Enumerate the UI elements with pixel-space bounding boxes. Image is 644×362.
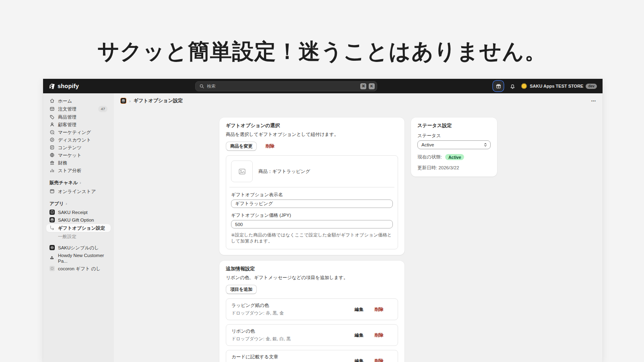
saku-receipt-app-icon [50,210,55,215]
store-name: SAKU Apps TEST STORE [530,84,583,88]
sidebar-section-apps[interactable]: アプリ › [46,200,111,208]
status-select[interactable]: Active [417,140,491,149]
sidebar-item-label: ストア分析 [58,168,81,173]
search-input[interactable] [207,84,358,88]
sidebar-item-cocoron-gift-noshi[interactable]: cocoron ギフト のし [46,265,111,272]
saku-simple-noshi-app-icon [50,245,55,250]
discount-icon [50,137,55,142]
sidebar-item-saku-receipt[interactable]: SAKU Receipt [46,208,111,216]
sidebar-item-label: cocoron ギフト のし [58,266,101,272]
edit-item-button[interactable]: 編集 [355,306,363,313]
section-label: 販売チャネル [50,180,78,186]
gift-option-selection-card: ギフトオプションの選択 商品を選択してギフトオプションとして紐付けます。 商品を… [219,117,405,255]
card-title: ステータス設定 [417,122,491,129]
sidebar-item-finance[interactable]: 財務 [46,159,111,167]
online-store-icon [50,189,55,194]
shopify-admin-window: shopify ⌘ K SAKU Apps TEST [43,79,603,362]
shopify-wordmark: shopify [58,83,79,89]
content-icon [50,145,55,150]
shopify-logo[interactable]: shopify [49,83,79,90]
sidebar-item-label: Howdy New Customer Pa... [58,253,107,264]
marketing-icon [50,130,55,135]
display-name-input[interactable] [231,200,393,208]
delete-item-button[interactable]: 削除 [375,306,384,313]
sidebar-item-online-store[interactable]: オンラインストア [46,187,111,195]
price-input[interactable] [231,220,393,228]
sidebar-item-orders[interactable]: 注文管理 47 [46,105,111,113]
sidebar-item-products[interactable]: 商品管理 [46,113,111,121]
topbar-right-cluster: SAKU Apps TEST STORE dev [493,81,597,91]
sidebar-section-sales-channels[interactable]: 販売チャネル › [46,179,111,187]
sidebar-item-saku-simple-noshi[interactable]: SAKUシンプルのし [46,244,111,251]
select-updown-icon [483,142,487,147]
card-description: リボンの色、ギフトメッセージなどの項目を追加します。 [226,275,398,281]
breadcrumb-separator: › [129,99,131,103]
sidebar-item-howdy-new-customer[interactable]: Howdy New Customer Pa... [46,251,111,265]
change-product-button[interactable]: 商品を変更 [226,142,257,151]
home-icon [50,98,55,103]
sidebar-item-label: 商品管理 [58,114,76,120]
notification-bell-icon[interactable] [510,83,516,89]
sidebar-item-customers[interactable]: 顧客管理 [46,121,111,128]
section-label: アプリ [50,201,64,207]
branch-arrow-icon [50,226,55,231]
delete-product-button[interactable]: 削除 [266,143,275,149]
gift-app-icon [496,84,501,89]
k-key-badge: K [369,83,375,89]
info-item-list: ラッピング紙の色 ドロップダウン: 赤, 黒, 金 編集 削除 [226,298,398,362]
markets-globe-icon [50,152,55,158]
secondary-column: ステータス設定 ステータス Active 現在の状態: Active [411,117,497,177]
product-link[interactable]: ギフトラッピング [272,169,310,174]
breadcrumb-app-icon[interactable] [120,98,126,104]
topbar: shopify ⌘ K SAKU Apps TEST [43,79,603,93]
analytics-bars-icon [50,168,55,173]
store-switcher[interactable]: SAKU Apps TEST STORE dev [521,83,597,89]
additional-info-card: 追加情報設定 リボンの色、ギフトメッセージなどの項目を追加します。 項目を追加 … [219,261,405,362]
active-app-button[interactable] [493,81,503,91]
updated-at-text: 更新日時: 2026/3/22 [417,165,491,171]
main-content: › ギフトオプション設定 ⋯ ギフトオプションの選択 商品を選択してギフトオプシ… [114,93,603,362]
sidebar-item-gift-option-settings[interactable]: ギフトオプション設定 [46,224,111,232]
global-search[interactable]: ⌘ K [195,81,377,91]
delete-item-button[interactable]: 削除 [375,332,384,338]
sidebar-item-discounts[interactable]: ディスカウント [46,136,111,144]
status-settings-card: ステータス設定 ステータス Active 現在の状態: Active [411,117,497,177]
sidebar-item-markets[interactable]: マーケット [46,151,111,159]
sidebar-item-label: マーケット [58,152,82,158]
cmd-key-badge: ⌘ [360,83,366,89]
cocoron-app-icon [50,266,55,271]
info-item-row: ラッピング紙の色 ドロップダウン: 赤, 黒, 金 編集 削除 [226,298,398,320]
sidebar-item-home[interactable]: ホーム [46,97,111,105]
price-label: ギフトオプション価格 (JPY) [231,212,393,218]
sidebar-item-saku-gift-option[interactable]: SAKU Gift Option [46,216,111,224]
delete-item-button[interactable]: 削除 [375,358,384,362]
sidebar-item-label: マーケティング [58,130,91,135]
sidebar-item-general-settings[interactable]: 一般設定 [46,232,111,241]
sidebar: ホーム 注文管理 47 商品管理 顧客管理 マーケティング ディスカウント [43,93,114,362]
sidebar-item-label: 財務 [58,160,67,166]
sidebar-item-label: SAKU Gift Option [58,217,94,223]
divider [229,187,394,187]
store-avatar-starburst [521,83,527,89]
add-item-button[interactable]: 項目を追加 [226,285,257,294]
sidebar-item-label: ホーム [58,98,72,104]
sidebar-item-marketing[interactable]: マーケティング [46,128,111,136]
finance-bank-icon [50,160,55,165]
primary-column: ギフトオプションの選択 商品を選択してギフトオプションとして紐付けます。 商品を… [219,117,405,362]
breadcrumb: › ギフトオプション設定 ⋯ [114,93,603,108]
sidebar-item-analytics[interactable]: ストア分析 [46,167,111,174]
sidebar-item-label: 顧客管理 [58,122,76,128]
info-item-row: リボンの色 ドロップダウン: 金, 銀, 白, 黒 編集 削除 [226,324,398,346]
status-select-value: Active [421,142,434,147]
info-item-name: リボンの色 [231,328,355,334]
chevron-right-icon: › [80,181,81,185]
more-options-icon[interactable]: ⋯ [591,98,597,104]
sidebar-item-content[interactable]: コンテンツ [46,144,111,151]
info-item-type: ドロップダウン: 赤, 黒, 金 [231,310,355,316]
info-item-name: ラッピング紙の色 [231,302,355,309]
sidebar-item-label: ディスカウント [58,137,91,143]
sidebar-item-label: ギフトオプション設定 [58,225,105,231]
howdy-app-icon [50,255,55,261]
edit-item-button[interactable]: 編集 [355,358,363,362]
edit-item-button[interactable]: 編集 [355,332,363,338]
